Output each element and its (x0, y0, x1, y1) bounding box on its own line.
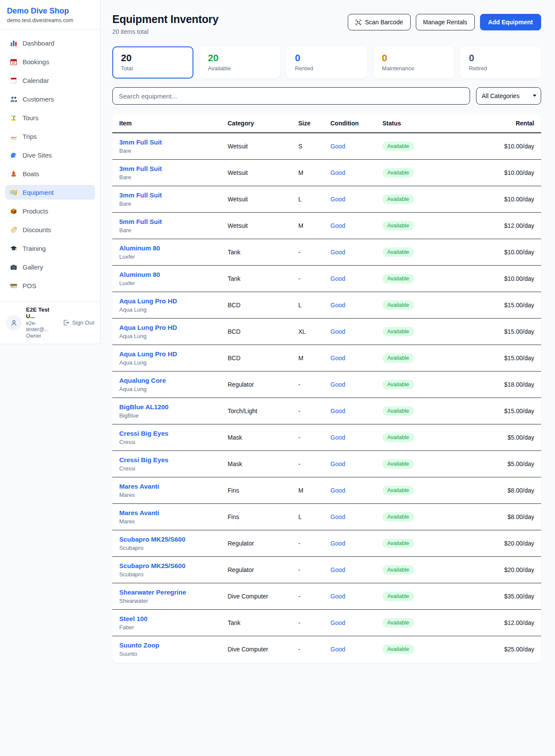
equipment-row-cressi-big-eyes[interactable]: Cressi Big Eyes Cressi Mask - Good Avail… (112, 451, 541, 477)
equipment-row-aluminum-80[interactable]: Aluminum 80 Luxfer Tank - Good Available… (112, 266, 541, 292)
item-link[interactable]: Mares Avanti (119, 483, 159, 490)
manage-rentals-label: Manage Rentals (423, 19, 467, 26)
equipment-row-scubapro-mk25-s600[interactable]: Scubapro MK25/S600 Scubapro Regulator - … (112, 530, 541, 557)
condition-link[interactable]: Good (330, 619, 345, 626)
equipment-row-aqualung-core[interactable]: Aqualung Core Aqua Lung Regulator - Good… (112, 371, 541, 398)
item-link[interactable]: Steel 100 (119, 615, 147, 622)
item-link[interactable]: Aluminum 80 (119, 271, 160, 278)
item-link[interactable]: Aqualung Core (119, 377, 166, 384)
condition-link[interactable]: Good (330, 646, 345, 653)
condition-link[interactable]: Good (330, 275, 345, 282)
calendar-icon (10, 76, 17, 84)
item-link[interactable]: Aqua Lung Pro HD (119, 324, 177, 331)
equipment-row-3mm-full-suit[interactable]: 3mm Full Suit Bare Wetsuit L Good Availa… (112, 186, 541, 213)
avatar (6, 315, 22, 331)
stat-card-available[interactable]: 20 Available (199, 46, 281, 79)
item-cell: 3mm Full Suit Bare (119, 138, 228, 154)
equipment-row-suunto-zoop[interactable]: Suunto Zoop Suunto Dive Computer - Good … (112, 636, 541, 663)
stat-card-total[interactable]: 20 Total (112, 46, 193, 79)
equipment-row-mares-avanti[interactable]: Mares Avanti Mares Fins M Good Available… (112, 477, 541, 504)
search-input[interactable] (112, 87, 470, 105)
item-link[interactable]: 3mm Full Suit (119, 191, 162, 199)
equipment-row-aqua-lung-pro-hd[interactable]: Aqua Lung Pro HD Aqua Lung BCD XL Good A… (112, 319, 541, 345)
condition-cell: Good (330, 328, 382, 335)
sidebar-item-bookings[interactable]: 17 Bookings (5, 54, 95, 69)
equipment-row-scubapro-mk25-s600[interactable]: Scubapro MK25/S600 Scubapro Regulator - … (112, 557, 541, 583)
item-link[interactable]: BigBlue AL1200 (119, 403, 169, 411)
item-brand: Shearwater (119, 598, 228, 604)
condition-link[interactable]: Good (330, 593, 345, 600)
condition-link[interactable]: Good (330, 487, 345, 494)
item-link[interactable]: 5mm Full Suit (119, 218, 162, 225)
equipment-row-5mm-full-suit[interactable]: 5mm Full Suit Bare Wetsuit M Good Availa… (112, 213, 541, 239)
column-status: Status (382, 120, 453, 127)
condition-link[interactable]: Good (330, 355, 345, 362)
sign-out-button[interactable]: Sign Out (63, 319, 94, 326)
category-select[interactable]: All Categories (476, 87, 541, 105)
sidebar-item-tours[interactable]: Tours (5, 110, 95, 125)
condition-link[interactable]: Good (330, 169, 345, 176)
equipment-row-aqua-lung-pro-hd[interactable]: Aqua Lung Pro HD Aqua Lung BCD L Good Av… (112, 292, 541, 319)
condition-link[interactable]: Good (330, 540, 345, 547)
condition-cell: Good (330, 434, 382, 441)
item-link[interactable]: 3mm Full Suit (119, 165, 162, 172)
equipment-row-shearwater-peregrine[interactable]: Shearwater Peregrine Shearwater Dive Com… (112, 583, 541, 610)
sidebar-item-training[interactable]: Training (5, 241, 95, 256)
equipment-row-aqua-lung-pro-hd[interactable]: Aqua Lung Pro HD Aqua Lung BCD M Good Av… (112, 345, 541, 371)
column-size: Size (298, 120, 330, 127)
sidebar-item-equipment[interactable]: Equipment (5, 185, 95, 200)
condition-link[interactable]: Good (330, 381, 345, 388)
equipment-row-bigblue-al1200[interactable]: BigBlue AL1200 BigBlue Torch/Light - Goo… (112, 398, 541, 424)
equipment-row-steel-100[interactable]: Steel 100 Faber Tank - Good Available $1… (112, 610, 541, 636)
rental-cell: $5.00/day (453, 434, 534, 441)
item-link[interactable]: Scubapro MK25/S600 (119, 536, 186, 543)
condition-link[interactable]: Good (330, 434, 345, 441)
item-link[interactable]: Aluminum 80 (119, 244, 160, 252)
condition-link[interactable]: Good (330, 196, 345, 203)
item-link[interactable]: 3mm Full Suit (119, 138, 162, 146)
condition-link[interactable]: Good (330, 143, 345, 150)
scan-barcode-button[interactable]: Scan Barcode (348, 14, 411, 30)
item-link[interactable]: Scubapro MK25/S600 (119, 562, 186, 569)
stat-label: Total (121, 65, 185, 72)
sidebar-item-gallery[interactable]: Gallery (5, 260, 95, 274)
condition-link[interactable]: Good (330, 302, 345, 309)
condition-link[interactable]: Good (330, 222, 345, 229)
sidebar-item-pos[interactable]: POS (5, 278, 95, 293)
item-link[interactable]: Cressi Big Eyes (119, 430, 168, 437)
condition-link[interactable]: Good (330, 460, 345, 467)
equipment-row-3mm-full-suit[interactable]: 3mm Full Suit Bare Wetsuit M Good Availa… (112, 160, 541, 186)
sidebar-item-discounts[interactable]: Discounts (5, 222, 95, 237)
sidebar-item-dashboard[interactable]: Dashboard (5, 36, 95, 50)
item-link[interactable]: Aqua Lung Pro HD (119, 350, 177, 358)
sidebar-item-calendar[interactable]: Calendar (5, 73, 95, 88)
sidebar-item-customers[interactable]: Customers (5, 92, 95, 106)
condition-link[interactable]: Good (330, 566, 345, 573)
item-link[interactable]: Shearwater Peregrine (119, 588, 186, 596)
equipment-row-3mm-full-suit[interactable]: 3mm Full Suit Bare Wetsuit S Good Availa… (112, 133, 541, 160)
equipment-row-mares-avanti[interactable]: Mares Avanti Mares Fins L Good Available… (112, 504, 541, 530)
manage-rentals-button[interactable]: Manage Rentals (416, 14, 475, 30)
sidebar-item-products[interactable]: Products (5, 204, 95, 218)
rental-cell: $20.00/day (453, 566, 534, 573)
condition-link[interactable]: Good (330, 513, 345, 520)
equipment-row-aluminum-80[interactable]: Aluminum 80 Luxfer Tank - Good Available… (112, 239, 541, 266)
item-link[interactable]: Mares Avanti (119, 509, 159, 516)
category-cell: Tank (228, 619, 298, 626)
stat-card-rented[interactable]: 0 Rented (286, 46, 367, 79)
item-link[interactable]: Cressi Big Eyes (119, 456, 168, 463)
condition-link[interactable]: Good (330, 408, 345, 414)
item-link[interactable]: Suunto Zoop (119, 641, 159, 649)
condition-link[interactable]: Good (330, 328, 345, 335)
sidebar-item-label: Gallery (23, 263, 43, 271)
add-equipment-button[interactable]: Add Equipment (480, 14, 541, 30)
item-link[interactable]: Aqua Lung Pro HD (119, 297, 177, 305)
sidebar-item-boats[interactable]: Boats (5, 166, 95, 181)
sidebar-item-dive-sites[interactable]: Dive Sites (5, 148, 95, 162)
stat-card-maintenance[interactable]: 0 Maintenance (373, 46, 454, 79)
stat-card-retired[interactable]: 0 Retired (460, 46, 541, 79)
column-category: Category (228, 120, 298, 127)
condition-link[interactable]: Good (330, 249, 345, 256)
equipment-row-cressi-big-eyes[interactable]: Cressi Big Eyes Cressi Mask - Good Avail… (112, 424, 541, 451)
sidebar-item-trips[interactable]: Trips (5, 129, 95, 144)
